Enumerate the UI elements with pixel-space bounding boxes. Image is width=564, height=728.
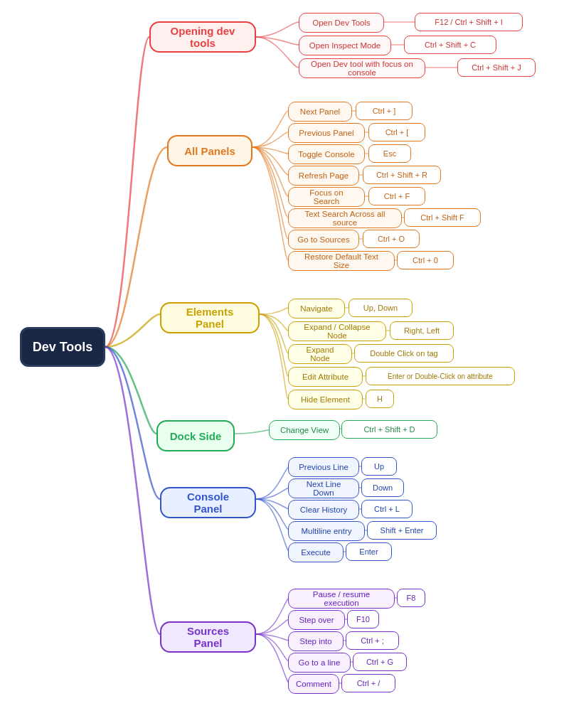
item-multiline: Multiline entry xyxy=(288,521,365,541)
item-focus-search: Focus on Search xyxy=(288,187,365,207)
item-next-line: Next Line Down xyxy=(288,478,359,498)
item-go-sources: Go to Sources xyxy=(288,230,359,250)
item-execute: Execute xyxy=(288,542,344,562)
item-hide-elem: Hide Element xyxy=(288,390,363,410)
key-pause-resume: F8 xyxy=(397,589,425,607)
item-edit-attr: Edit Attribute xyxy=(288,367,363,387)
key-execute: Enter xyxy=(346,542,392,561)
key-focus-console: Ctrl + Shift + J xyxy=(457,58,536,77)
key-go-sources: Ctrl + O xyxy=(363,230,420,248)
item-comment: Comment xyxy=(288,674,339,694)
key-change-view: Ctrl + Shift + D xyxy=(341,420,437,439)
item-next-panel: Next Panel xyxy=(288,102,352,122)
item-toggle-console: Toggle Console xyxy=(288,144,365,164)
key-refresh-page: Ctrl + Shift + R xyxy=(363,166,441,184)
item-refresh-page: Refresh Page xyxy=(288,166,359,186)
key-expand-collapse: Right, Left xyxy=(390,321,454,340)
key-inspect-mode: Ctrl + Shift + C xyxy=(404,36,496,54)
cat-dockside: Dock Side xyxy=(156,420,235,451)
item-inspect-mode: Open Inspect Mode xyxy=(299,36,391,55)
item-step-into: Step into xyxy=(288,631,344,651)
item-prev-panel: Previous Panel xyxy=(288,123,365,143)
key-step-over: F10 xyxy=(347,610,379,628)
item-change-view: Change View xyxy=(269,420,340,440)
root-node: Dev Tools xyxy=(20,327,105,367)
item-go-to-line: Go to a line xyxy=(288,653,351,673)
key-restore-size: Ctrl + 0 xyxy=(397,251,454,269)
item-expand-node: Expand Node xyxy=(288,344,352,364)
key-comment: Ctrl + / xyxy=(341,674,395,692)
key-next-line: Down xyxy=(361,478,404,497)
key-prev-line: Up xyxy=(361,457,397,476)
item-pause-resume: Pause / resume execution xyxy=(288,589,395,609)
item-focus-console: Open Dev tool with focus on console xyxy=(299,58,425,78)
key-multiline: Shift + Enter xyxy=(367,521,437,540)
key-focus-search: Ctrl + F xyxy=(368,187,425,205)
item-prev-line: Previous Line xyxy=(288,457,359,477)
mind-map: Dev Tools Opening dev tools Open Dev Too… xyxy=(0,0,564,728)
item-navigate: Navigate xyxy=(288,299,345,318)
key-open-devtools: F12 / Ctrl + Shift + I xyxy=(415,13,523,31)
item-expand-collapse: Expand / Collapse Node xyxy=(288,321,386,341)
cat-opening: Opening dev tools xyxy=(149,21,256,53)
key-step-into: Ctrl + ; xyxy=(346,631,399,650)
key-toggle-console: Esc xyxy=(368,144,411,163)
item-restore-size: Restore Default Text Size xyxy=(288,251,395,271)
item-open-devtools: Open Dev Tools xyxy=(299,13,384,33)
cat-allpanels: All Panels xyxy=(167,135,252,166)
key-next-panel: Ctrl + ] xyxy=(356,102,413,120)
cat-console: Console Panel xyxy=(160,487,256,518)
cat-elements: Elements Panel xyxy=(160,302,260,333)
cat-sources: Sources Panel xyxy=(160,621,256,653)
key-go-to-line: Ctrl + G xyxy=(353,653,407,671)
item-text-search: Text Search Across all source xyxy=(288,208,402,228)
key-prev-panel: Ctrl + [ xyxy=(368,123,425,141)
key-edit-attr: Enter or Double-Click on attribute xyxy=(366,367,515,385)
key-text-search: Ctrl + Shift F xyxy=(404,208,481,227)
key-clear-history: Ctrl + L xyxy=(361,500,413,518)
key-navigate: Up, Down xyxy=(348,299,413,317)
item-step-over: Step over xyxy=(288,610,345,630)
item-clear-history: Clear History xyxy=(288,500,359,520)
key-hide-elem: H xyxy=(366,390,394,408)
key-expand-node: Double Click on tag xyxy=(354,344,454,363)
